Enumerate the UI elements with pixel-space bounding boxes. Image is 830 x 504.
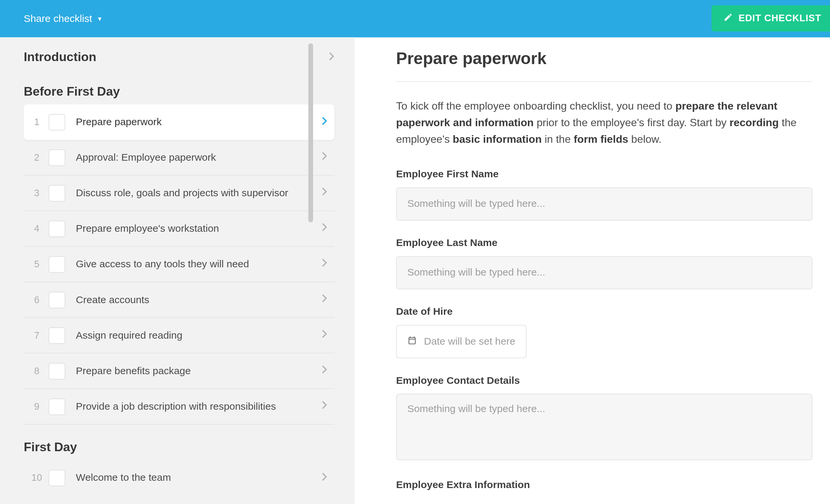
section-title: First Day [24,440,77,454]
task-checkbox[interactable] [49,363,65,379]
task-item-6[interactable]: 6 Create accounts [24,282,334,318]
share-checklist-link[interactable]: Share checklist ▼ [24,12,103,25]
field-label: Employee Extra Information [396,479,812,491]
task-item-2[interactable]: 2 Approval: Employee paperwork [24,140,334,175]
checklist-sidebar: Introduction Before First Day 1 Prepare … [0,37,355,504]
task-item-1[interactable]: 1 Prepare paperwork [24,104,334,140]
first-name-input[interactable] [396,187,812,220]
top-header: Share checklist ▼ EDIT CHECKLIST [0,0,830,37]
chevron-right-icon [321,151,327,164]
task-number: 9 [25,401,49,412]
field-label: Employee Contact Details [396,375,812,386]
task-item-7[interactable]: 7 Assign required reading [24,318,334,353]
task-checkbox[interactable] [49,327,65,344]
chevron-right-icon [321,365,327,377]
task-label: Assign required reading [76,329,321,341]
chevron-right-icon [321,472,327,484]
task-label: Give access to any tools they will need [76,258,321,270]
section-title: Before First Day [24,84,120,99]
chevron-right-icon [321,258,327,271]
intro-bold: form fields [574,133,628,145]
date-of-hire-input[interactable]: Date will be set here [396,325,526,358]
edit-checklist-button[interactable]: EDIT CHECKLIST [711,5,830,32]
task-checkbox[interactable] [49,220,65,237]
chevron-right-icon [321,116,327,128]
task-checkbox[interactable] [49,470,65,486]
task-item-4[interactable]: 4 Prepare employee's workstation [24,211,334,247]
page-title: Prepare paperwork [396,49,812,82]
task-label: Approval: Employee paperwork [76,151,321,163]
chevron-right-icon [328,50,334,64]
task-item-9[interactable]: 9 Provide a job description with respons… [24,389,334,424]
task-label: Create accounts [76,294,321,306]
calendar-icon [407,335,417,347]
task-label: Welcome to the team [76,472,321,484]
intro-text: prior to the employee's first day. Start… [534,117,729,129]
task-number: 6 [25,294,49,305]
intro-text: in the [542,133,574,145]
edit-label: EDIT CHECKLIST [739,13,821,24]
task-checkbox[interactable] [49,114,65,130]
intro-paragraph: To kick off the employee onboarding chec… [396,98,812,148]
task-checkbox[interactable] [49,185,65,201]
task-list-first-day: 10 Welcome to the team [24,460,334,496]
field-contact-details: Employee Contact Details [396,375,812,462]
task-checkbox[interactable] [49,398,65,415]
task-label: Prepare benefits package [76,365,321,377]
task-number: 4 [25,223,49,234]
contact-details-input[interactable] [396,393,812,460]
date-placeholder: Date will be set here [424,335,515,347]
task-label: Prepare paperwork [76,116,321,128]
chevron-right-icon [321,401,327,413]
chevron-right-icon [321,222,327,235]
section-first-day[interactable]: First Day [24,424,334,460]
caret-down-icon: ▼ [97,15,103,22]
task-label: Prepare employee's workstation [76,223,321,235]
task-item-10[interactable]: 10 Welcome to the team [24,460,334,496]
field-first-name: Employee First Name [396,168,812,220]
task-number: 8 [25,366,49,376]
section-before-first-day[interactable]: Before First Day [24,70,334,104]
task-number: 2 [25,152,49,163]
task-label: Discuss role, goals and projects with su… [76,187,321,199]
section-title: Introduction [24,50,96,64]
intro-text: below. [628,133,661,145]
intro-text: To kick off the employee onboarding chec… [396,100,675,112]
task-number: 7 [25,330,49,341]
field-date-of-hire: Date of Hire Date will be set here [396,306,812,358]
task-checkbox[interactable] [49,256,65,273]
share-label: Share checklist [24,12,92,25]
task-number: 1 [25,117,49,127]
task-list-before: 1 Prepare paperwork 2 Approval: Employee… [24,104,334,424]
intro-bold: recording [729,117,778,129]
task-number: 10 [25,472,49,483]
task-label: Provide a job description with responsib… [76,401,321,412]
task-number: 5 [25,259,49,270]
scroll-thumb[interactable] [309,43,313,222]
intro-bold: basic information [453,133,542,145]
field-label: Employee Last Name [396,237,812,249]
pencil-icon [723,12,733,25]
field-label: Employee First Name [396,168,812,180]
field-last-name: Employee Last Name [396,237,812,289]
task-checkbox[interactable] [49,291,65,308]
task-item-3[interactable]: 3 Discuss role, goals and projects with … [24,176,334,211]
section-introduction[interactable]: Introduction [24,42,334,70]
chevron-right-icon [321,293,327,306]
task-item-5[interactable]: 5 Give access to any tools they will nee… [24,247,334,282]
step-content: Prepare paperwork To kick off the employ… [355,37,830,504]
field-extra-info: Employee Extra Information [396,479,812,491]
task-item-8[interactable]: 8 Prepare benefits package [24,353,334,389]
last-name-input[interactable] [396,256,812,289]
sidebar-scrollbar[interactable] [309,43,313,263]
task-checkbox[interactable] [49,149,65,166]
field-label: Date of Hire [396,306,812,318]
task-number: 3 [25,188,49,198]
chevron-right-icon [321,187,327,199]
chevron-right-icon [321,329,327,342]
